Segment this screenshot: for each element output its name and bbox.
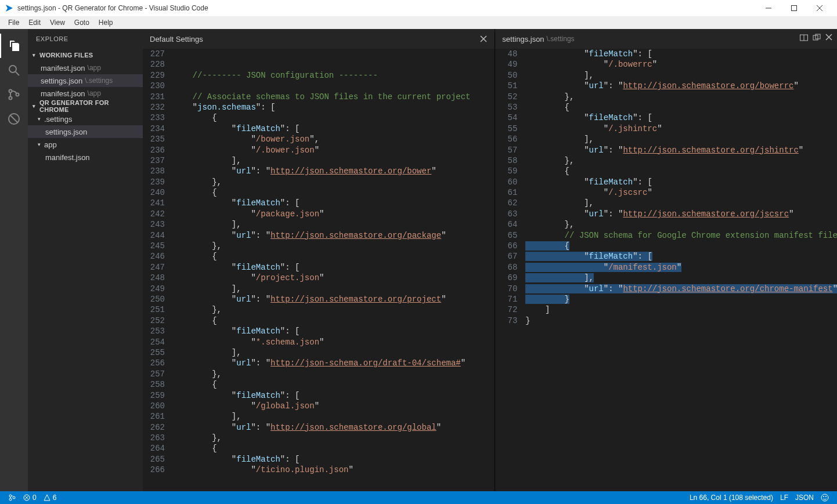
maximize-button[interactable]	[781, 0, 807, 16]
project-header[interactable]: ▾ QR GENERATOR FOR CHROME	[28, 100, 143, 113]
status-errors[interactable]: 0	[20, 494, 40, 502]
file-tree-item[interactable]: manifest.json	[28, 151, 143, 164]
status-git-icon[interactable]	[5, 494, 20, 502]
folder-item[interactable]: ▾ .settings	[28, 113, 143, 125]
window-title: settings.json - QR Generator for Chrome …	[17, 4, 208, 12]
editor-left: Default Settings 22722822923023123223323…	[143, 29, 495, 491]
status-language[interactable]: JSON	[792, 494, 817, 502]
minimize-button[interactable]	[756, 0, 781, 16]
svg-rect-0	[792, 6, 797, 11]
svg-point-2	[9, 90, 12, 93]
working-file-item[interactable]: manifest.json \app	[28, 87, 143, 100]
editor-tab-right[interactable]: settings.json \.settings	[495, 29, 837, 49]
close-window-button[interactable]	[807, 0, 832, 16]
activity-bar	[0, 29, 28, 491]
editor-right: settings.json \.settings 484950515253545…	[495, 29, 837, 491]
title-bar: settings.json - QR Generator for Chrome …	[0, 0, 837, 16]
menu-view[interactable]: View	[45, 17, 70, 28]
close-icon[interactable]	[478, 34, 489, 44]
editor-tab-left[interactable]: Default Settings	[143, 29, 495, 49]
status-cursor-position[interactable]: Ln 66, Col 1 (108 selected)	[686, 494, 777, 502]
close-icon[interactable]	[825, 34, 832, 42]
svg-point-9	[9, 495, 12, 497]
more-icon[interactable]	[813, 34, 821, 42]
split-editor-icon[interactable]	[800, 34, 808, 42]
working-file-item[interactable]: settings.json \.settings	[28, 74, 143, 87]
chevron-down-icon: ▾	[31, 103, 37, 109]
activity-git[interactable]	[0, 82, 28, 107]
status-eol[interactable]: LF	[777, 494, 792, 502]
menu-bar: File Edit View Goto Help	[0, 16, 837, 29]
svg-point-15	[825, 496, 827, 497]
activity-explorer[interactable]	[0, 34, 28, 58]
activity-search[interactable]	[0, 58, 28, 82]
code-area-left[interactable]: 2272282292302312322332342352362372382392…	[143, 49, 495, 491]
status-warnings[interactable]: 6	[40, 494, 60, 502]
sidebar-explorer: EXPLORE ▾ WORKING FILES manifest.json \a…	[28, 29, 143, 491]
working-files-header[interactable]: ▾ WORKING FILES	[28, 49, 143, 61]
app-icon	[5, 3, 14, 13]
folder-item[interactable]: ▾ app	[28, 138, 143, 151]
svg-point-14	[823, 496, 824, 497]
working-file-item[interactable]: manifest.json \app	[28, 61, 143, 74]
file-tree-item[interactable]: settings.json	[28, 125, 143, 138]
menu-file[interactable]: File	[3, 17, 24, 28]
chevron-down-icon: ▾	[31, 52, 37, 58]
menu-edit[interactable]: Edit	[24, 17, 45, 28]
svg-point-13	[821, 494, 828, 501]
svg-point-1	[9, 66, 16, 72]
chevron-down-icon: ▾	[36, 142, 42, 147]
menu-goto[interactable]: Goto	[70, 17, 94, 28]
chevron-down-icon: ▾	[36, 116, 42, 122]
svg-point-4	[16, 93, 19, 96]
activity-debug[interactable]	[0, 107, 28, 131]
svg-point-10	[9, 498, 12, 501]
code-area-right[interactable]: 4849505152535455565758596061626364656667…	[495, 49, 837, 491]
svg-point-3	[9, 97, 12, 100]
status-bar: 0 6 Ln 66, Col 1 (108 selected) LF JSON	[0, 491, 837, 504]
status-feedback-icon[interactable]	[817, 494, 832, 502]
sidebar-title: EXPLORE	[28, 29, 143, 49]
editor-group: Default Settings 22722822923023123223323…	[143, 29, 837, 491]
menu-help[interactable]: Help	[94, 17, 118, 28]
